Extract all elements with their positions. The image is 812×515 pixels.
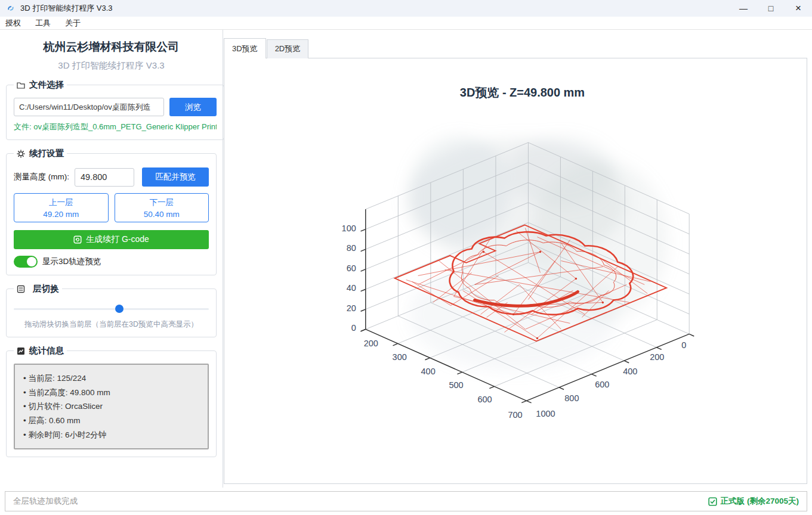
- next-layer-button[interactable]: 下一层 50.40 mm: [115, 193, 209, 222]
- stat-layer-height: 层高: 0.60 mm: [23, 414, 204, 428]
- folder-icon: [17, 81, 25, 89]
- status-message: 全层轨迹加载完成: [13, 496, 78, 507]
- x-tick-800: 800: [564, 393, 579, 403]
- layer-slider[interactable]: [14, 304, 209, 314]
- loaded-file-label: 文件: ov桌面陈列造型_0.6mm_PETG_Generic Klipper …: [14, 122, 217, 132]
- menubar: 授权 工具 关于: [0, 17, 812, 30]
- menu-about[interactable]: 关于: [65, 18, 81, 29]
- slider-thumb[interactable]: [115, 305, 124, 313]
- y-tick-600: 600: [477, 395, 492, 404]
- slider-hint: 拖动滑块切换当前层（当前层在3D预览中高亮显示）: [14, 319, 209, 330]
- titlebar: 3D 打印智能续打程序 V3.3 — □ ×: [0, 0, 812, 17]
- menu-authorization[interactable]: 授权: [5, 18, 21, 29]
- resume-settings-section: 续打设置 测量高度 (mm): 匹配并预览 上一层 49.20 mm 下一层 5…: [6, 148, 217, 275]
- menu-tools[interactable]: 工具: [35, 18, 51, 29]
- app-logo-icon: [6, 4, 16, 13]
- show-3d-preview-label: 显示3D轨迹预览: [42, 256, 101, 267]
- preview-tabbar: 3D预览 2D预览: [224, 39, 807, 58]
- statistics-section: 统计信息 当前层: 125/224 当前Z高度: 49.800 mm 切片软件:…: [6, 345, 217, 457]
- tab-3d-preview[interactable]: 3D预览: [224, 38, 266, 58]
- sidebar: 杭州云杉增材科技有限公司 3D 打印智能续打程序 V3.3 文件选择 浏览 文件…: [0, 30, 223, 488]
- stat-current-z: 当前Z高度: 49.800 mm: [23, 386, 204, 400]
- y-tick-200: 200: [364, 339, 378, 348]
- layer-switch-section: 层切换 拖动滑块切换当前层（当前层在3D预览中高亮显示）: [6, 283, 217, 337]
- x-tick-400: 400: [623, 367, 637, 376]
- y-tick-500: 500: [449, 380, 464, 390]
- plot-title: 3D预览 - Z=49.800 mm: [460, 86, 585, 99]
- y-tick-700: 700: [508, 410, 522, 420]
- next-layer-value: 50.40 mm: [144, 210, 180, 219]
- toggle-knob: [27, 257, 36, 266]
- z-tick-20: 20: [347, 303, 356, 313]
- measure-height-label: 测量高度 (mm):: [14, 172, 69, 182]
- generate-gcode-label: 生成续打 G-code: [86, 234, 149, 245]
- statusbar: 全层轨迹加载完成 正式版 (剩余27005天): [5, 491, 807, 511]
- layers-icon: [17, 285, 25, 293]
- z-tick-0: 0: [351, 323, 356, 333]
- stat-slicer: 切片软件: OrcaSlicer: [23, 399, 204, 414]
- x-tick-200: 200: [650, 352, 664, 362]
- next-layer-label: 下一层: [150, 197, 174, 208]
- y-tick-400: 400: [421, 367, 436, 376]
- z-tick-100: 100: [342, 224, 356, 233]
- stats-box: 当前层: 125/224 当前Z高度: 49.800 mm 切片软件: Orca…: [14, 364, 209, 449]
- prev-layer-label: 上一层: [49, 197, 73, 208]
- file-section-title: 文件选择: [29, 79, 64, 91]
- stat-current-layer: 当前层: 125/224: [23, 371, 204, 386]
- slider-track[interactable]: [14, 308, 209, 310]
- tab-2d-preview[interactable]: 2D预览: [267, 39, 309, 58]
- layer-section-title: 层切换: [33, 283, 59, 294]
- show-3d-preview-toggle[interactable]: [14, 256, 38, 268]
- preview-panel: 3D预览 - Z=49.800 mm: [224, 58, 807, 484]
- stat-remaining-time: 剩余时间: 6小时2分钟: [23, 428, 204, 442]
- license-text: 正式版 (剩余27005天): [721, 496, 799, 507]
- z-tick-80: 80: [347, 243, 356, 253]
- license-check-icon: [708, 497, 717, 506]
- main-area: 3D预览 2D预览 3D预览 - Z=49.8: [223, 30, 812, 488]
- license-badge: 正式版 (剩余27005天): [708, 496, 799, 507]
- generate-gcode-button[interactable]: 生成续打 G-code: [14, 230, 209, 249]
- minimize-button[interactable]: —: [730, 0, 757, 17]
- app-subtitle: 3D 打印智能续打程序 V3.3: [6, 60, 217, 72]
- resume-section-title: 续打设置: [29, 148, 64, 159]
- browse-button[interactable]: 浏览: [169, 98, 217, 116]
- x-tick-0: 0: [681, 340, 686, 350]
- file-path-input[interactable]: [14, 98, 164, 116]
- window-title: 3D 打印智能续打程序 V3.3: [20, 3, 113, 14]
- match-preview-button[interactable]: 匹配并预览: [142, 167, 209, 187]
- z-tick-40: 40: [347, 283, 356, 293]
- stats-icon: [17, 347, 25, 355]
- prev-layer-button[interactable]: 上一层 49.20 mm: [14, 193, 109, 222]
- company-name: 杭州云杉增材科技有限公司: [6, 39, 217, 55]
- prev-layer-value: 49.20 mm: [43, 210, 79, 219]
- status-area: 全层轨迹加载完成 正式版 (剩余27005天): [0, 488, 812, 515]
- x-tick-600: 600: [595, 380, 609, 389]
- x-tick-1000: 1000: [536, 409, 555, 418]
- measure-height-input[interactable]: [75, 168, 134, 187]
- maximize-button[interactable]: □: [757, 0, 785, 17]
- gcode-file-icon: [73, 235, 82, 244]
- z-tick-60: 60: [347, 263, 356, 273]
- 3d-plot[interactable]: 3D预览 - Z=49.800 mm: [224, 58, 807, 483]
- stats-section-title: 统计信息: [29, 345, 64, 356]
- gear-icon: [17, 150, 25, 158]
- file-selection-section: 文件选择 浏览 文件: ov桌面陈列造型_0.6mm_PETG_Generic …: [6, 79, 224, 140]
- y-tick-300: 300: [393, 352, 407, 362]
- close-button[interactable]: ×: [785, 0, 812, 17]
